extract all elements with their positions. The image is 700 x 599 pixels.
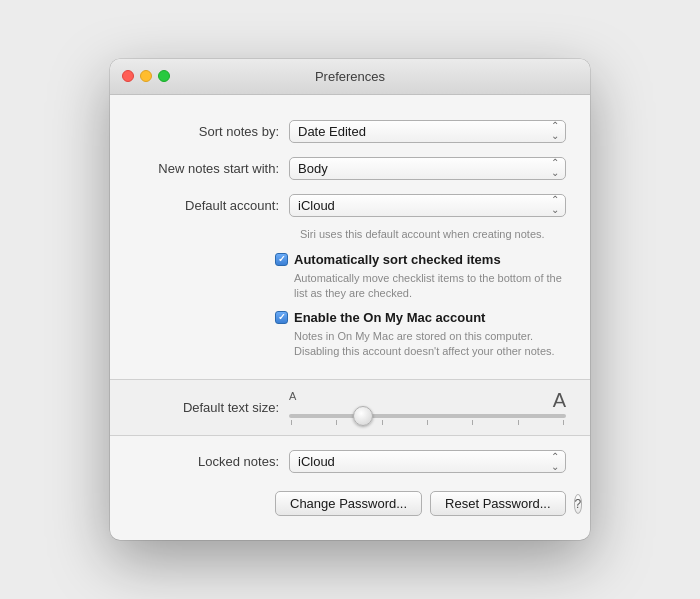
- titlebar: Preferences: [110, 59, 590, 95]
- default-account-row: Default account: iCloud On My Mac ⌃⌄: [110, 189, 590, 222]
- enable-mac-checkbox[interactable]: [275, 311, 288, 324]
- default-account-select[interactable]: iCloud On My Mac: [289, 194, 566, 217]
- text-size-slider[interactable]: [289, 414, 566, 418]
- new-notes-label: New notes start with:: [134, 161, 289, 176]
- new-notes-row: New notes start with: Body Title ⌃⌄: [110, 152, 590, 185]
- auto-sort-label: Automatically sort checked items: [294, 252, 501, 267]
- new-notes-select-wrapper: Body Title ⌃⌄: [289, 157, 566, 180]
- password-buttons-row: Change Password... Reset Password... ?: [110, 491, 590, 516]
- siri-hint: Siri uses this default account when crea…: [110, 226, 590, 246]
- sort-notes-select-wrapper: Date Edited Date Created Title ⌃⌄: [289, 120, 566, 143]
- auto-sort-checkbox[interactable]: [275, 253, 288, 266]
- help-button[interactable]: ?: [574, 494, 583, 514]
- slider-control: A A: [289, 390, 566, 425]
- auto-sort-row: Automatically sort checked items: [275, 252, 566, 267]
- locked-notes-label: Locked notes:: [134, 454, 289, 469]
- default-account-label: Default account:: [134, 198, 289, 213]
- locked-notes-select-wrapper: iCloud On My Mac ⌃⌄: [289, 450, 566, 473]
- change-password-button[interactable]: Change Password...: [275, 491, 422, 516]
- content-area: Sort notes by: Date Edited Date Created …: [110, 95, 590, 541]
- close-button[interactable]: [122, 70, 134, 82]
- traffic-lights: [122, 70, 170, 82]
- locked-notes-select[interactable]: iCloud On My Mac: [289, 450, 566, 473]
- reset-password-button[interactable]: Reset Password...: [430, 491, 566, 516]
- default-account-select-wrapper: iCloud On My Mac ⌃⌄: [289, 194, 566, 217]
- maximize-button[interactable]: [158, 70, 170, 82]
- locked-notes-row: Locked notes: iCloud On My Mac ⌃⌄: [134, 450, 566, 473]
- sort-notes-select[interactable]: Date Edited Date Created Title: [289, 120, 566, 143]
- minimize-button[interactable]: [140, 70, 152, 82]
- text-size-row: Default text size: A A: [134, 390, 566, 425]
- sort-notes-row: Sort notes by: Date Edited Date Created …: [110, 115, 590, 148]
- enable-mac-label: Enable the On My Mac account: [294, 310, 485, 325]
- new-notes-select[interactable]: Body Title: [289, 157, 566, 180]
- auto-sort-section: Automatically sort checked items Automat…: [110, 246, 590, 374]
- window-title: Preferences: [315, 69, 385, 84]
- sort-notes-label: Sort notes by:: [134, 124, 289, 139]
- text-size-label: Default text size:: [134, 400, 289, 415]
- slider-section: Default text size: A A: [110, 379, 590, 436]
- enable-mac-row: Enable the On My Mac account: [275, 310, 566, 325]
- enable-mac-description: Notes in On My Mac are stored on this co…: [275, 327, 566, 368]
- auto-sort-description: Automatically move checklist items to th…: [275, 269, 566, 310]
- locked-notes-section: Locked notes: iCloud On My Mac ⌃⌄: [110, 442, 590, 491]
- preferences-window: Preferences Sort notes by: Date Edited D…: [110, 59, 590, 541]
